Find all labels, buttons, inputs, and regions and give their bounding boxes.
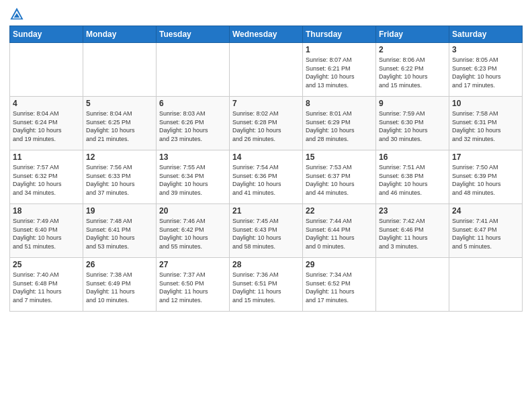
calendar-week-5: 25Sunrise: 7:40 AM Sunset: 6:48 PM Dayli… (10, 258, 523, 312)
calendar-week-4: 18Sunrise: 7:49 AM Sunset: 6:40 PM Dayli… (10, 204, 523, 258)
day-info: Sunrise: 8:02 AM Sunset: 6:28 PM Dayligh… (232, 109, 300, 143)
day-info: Sunrise: 7:59 AM Sunset: 6:30 PM Dayligh… (379, 109, 446, 143)
day-number: 4 (13, 99, 80, 108)
day-info: Sunrise: 7:44 AM Sunset: 6:44 PM Dayligh… (306, 217, 373, 250)
calendar-cell (376, 258, 449, 312)
day-number: 16 (379, 152, 446, 162)
day-number: 21 (232, 206, 300, 216)
day-info: Sunrise: 8:01 AM Sunset: 6:29 PM Dayligh… (306, 109, 373, 143)
calendar-cell: 13Sunrise: 7:55 AM Sunset: 6:34 PM Dayli… (157, 150, 230, 204)
day-info: Sunrise: 7:41 AM Sunset: 6:47 PM Dayligh… (452, 217, 519, 250)
day-number: 25 (13, 260, 80, 269)
calendar-page: SundayMondayTuesdayWednesdayThursdayFrid… (0, 0, 532, 411)
day-number: 5 (86, 99, 153, 108)
day-number: 19 (86, 206, 153, 216)
day-number: 22 (306, 206, 373, 216)
day-number: 29 (306, 260, 373, 269)
day-info: Sunrise: 8:04 AM Sunset: 6:25 PM Dayligh… (86, 109, 153, 143)
day-number: 27 (159, 260, 226, 269)
day-header-saturday: Saturday (449, 26, 523, 43)
day-number: 11 (13, 152, 80, 162)
day-number: 10 (452, 99, 519, 108)
calendar-cell: 23Sunrise: 7:42 AM Sunset: 6:46 PM Dayli… (376, 204, 449, 258)
day-number: 15 (306, 152, 373, 162)
calendar-table: SundayMondayTuesdayWednesdayThursdayFrid… (9, 26, 523, 312)
day-number: 3 (452, 45, 519, 54)
calendar-cell: 7Sunrise: 8:02 AM Sunset: 6:28 PM Daylig… (230, 97, 303, 150)
day-info: Sunrise: 7:58 AM Sunset: 6:31 PM Dayligh… (452, 109, 519, 143)
day-info: Sunrise: 7:42 AM Sunset: 6:46 PM Dayligh… (379, 217, 446, 250)
day-number: 12 (86, 152, 153, 162)
day-info: Sunrise: 7:36 AM Sunset: 6:51 PM Dayligh… (232, 271, 300, 304)
calendar-cell: 5Sunrise: 8:04 AM Sunset: 6:25 PM Daylig… (83, 97, 157, 150)
calendar-cell: 15Sunrise: 7:53 AM Sunset: 6:37 PM Dayli… (303, 150, 376, 204)
calendar-cell: 10Sunrise: 7:58 AM Sunset: 6:31 PM Dayli… (449, 97, 523, 150)
calendar-cell: 17Sunrise: 7:50 AM Sunset: 6:39 PM Dayli… (449, 150, 523, 204)
day-number: 7 (232, 99, 300, 108)
day-number: 28 (232, 260, 300, 269)
day-info: Sunrise: 7:49 AM Sunset: 6:40 PM Dayligh… (13, 217, 80, 250)
calendar-cell: 1Sunrise: 8:07 AM Sunset: 6:21 PM Daylig… (303, 43, 376, 97)
calendar-cell: 28Sunrise: 7:36 AM Sunset: 6:51 PM Dayli… (230, 258, 303, 312)
day-info: Sunrise: 7:57 AM Sunset: 6:32 PM Dayligh… (13, 163, 80, 197)
day-number: 14 (232, 152, 300, 162)
day-number: 2 (379, 45, 446, 54)
calendar-cell: 12Sunrise: 7:56 AM Sunset: 6:33 PM Dayli… (83, 150, 157, 204)
logo-icon (9, 7, 24, 21)
calendar-cell: 24Sunrise: 7:41 AM Sunset: 6:47 PM Dayli… (449, 204, 523, 258)
calendar-cell: 16Sunrise: 7:51 AM Sunset: 6:38 PM Dayli… (376, 150, 449, 204)
calendar-cell: 6Sunrise: 8:03 AM Sunset: 6:26 PM Daylig… (157, 97, 230, 150)
day-info: Sunrise: 7:40 AM Sunset: 6:48 PM Dayligh… (13, 271, 80, 304)
day-info: Sunrise: 8:04 AM Sunset: 6:24 PM Dayligh… (13, 109, 80, 143)
day-number: 8 (306, 99, 373, 108)
calendar-cell: 20Sunrise: 7:46 AM Sunset: 6:42 PM Dayli… (157, 204, 230, 258)
calendar-cell: 29Sunrise: 7:34 AM Sunset: 6:52 PM Dayli… (303, 258, 376, 312)
day-header-monday: Monday (83, 26, 157, 43)
day-number: 1 (306, 45, 373, 54)
calendar-cell (83, 43, 157, 97)
day-info: Sunrise: 7:51 AM Sunset: 6:38 PM Dayligh… (379, 163, 446, 197)
day-number: 26 (86, 260, 153, 269)
calendar-cell: 19Sunrise: 7:48 AM Sunset: 6:41 PM Dayli… (83, 204, 157, 258)
calendar-cell: 4Sunrise: 8:04 AM Sunset: 6:24 PM Daylig… (10, 97, 83, 150)
calendar-week-2: 4Sunrise: 8:04 AM Sunset: 6:24 PM Daylig… (10, 97, 523, 150)
day-number: 24 (452, 206, 519, 216)
calendar-cell: 9Sunrise: 7:59 AM Sunset: 6:30 PM Daylig… (376, 97, 449, 150)
calendar-cell: 8Sunrise: 8:01 AM Sunset: 6:29 PM Daylig… (303, 97, 376, 150)
day-info: Sunrise: 7:46 AM Sunset: 6:42 PM Dayligh… (159, 217, 226, 250)
day-number: 9 (379, 99, 446, 108)
day-info: Sunrise: 7:34 AM Sunset: 6:52 PM Dayligh… (306, 271, 373, 304)
calendar-week-3: 11Sunrise: 7:57 AM Sunset: 6:32 PM Dayli… (10, 150, 523, 204)
calendar-cell (10, 43, 83, 97)
day-header-thursday: Thursday (303, 26, 376, 43)
day-header-tuesday: Tuesday (157, 26, 230, 43)
day-info: Sunrise: 7:54 AM Sunset: 6:36 PM Dayligh… (232, 163, 300, 197)
day-info: Sunrise: 8:07 AM Sunset: 6:21 PM Dayligh… (306, 56, 373, 89)
calendar-cell: 18Sunrise: 7:49 AM Sunset: 6:40 PM Dayli… (10, 204, 83, 258)
day-info: Sunrise: 7:53 AM Sunset: 6:37 PM Dayligh… (306, 163, 373, 197)
calendar-header-row: SundayMondayTuesdayWednesdayThursdayFrid… (10, 26, 523, 43)
calendar-cell: 26Sunrise: 7:38 AM Sunset: 6:49 PM Dayli… (83, 258, 157, 312)
day-number: 23 (379, 206, 446, 216)
calendar-cell: 25Sunrise: 7:40 AM Sunset: 6:48 PM Dayli… (10, 258, 83, 312)
logo (9, 7, 27, 21)
day-info: Sunrise: 7:55 AM Sunset: 6:34 PM Dayligh… (159, 163, 226, 197)
calendar-cell (449, 258, 523, 312)
calendar-cell: 27Sunrise: 7:37 AM Sunset: 6:50 PM Dayli… (157, 258, 230, 312)
calendar-cell: 3Sunrise: 8:05 AM Sunset: 6:23 PM Daylig… (449, 43, 523, 97)
day-header-friday: Friday (376, 26, 449, 43)
day-number: 20 (159, 206, 226, 216)
calendar-cell: 2Sunrise: 8:06 AM Sunset: 6:22 PM Daylig… (376, 43, 449, 97)
day-info: Sunrise: 7:56 AM Sunset: 6:33 PM Dayligh… (86, 163, 153, 197)
day-number: 13 (159, 152, 226, 162)
day-info: Sunrise: 8:06 AM Sunset: 6:22 PM Dayligh… (379, 56, 446, 89)
day-header-sunday: Sunday (10, 26, 83, 43)
day-number: 17 (452, 152, 519, 162)
day-number: 6 (159, 99, 226, 108)
day-info: Sunrise: 7:37 AM Sunset: 6:50 PM Dayligh… (159, 271, 226, 304)
day-info: Sunrise: 8:03 AM Sunset: 6:26 PM Dayligh… (159, 109, 226, 143)
calendar-header (9, 7, 523, 21)
day-info: Sunrise: 7:45 AM Sunset: 6:43 PM Dayligh… (232, 217, 300, 250)
day-info: Sunrise: 8:05 AM Sunset: 6:23 PM Dayligh… (452, 56, 519, 89)
day-info: Sunrise: 7:48 AM Sunset: 6:41 PM Dayligh… (86, 217, 153, 250)
